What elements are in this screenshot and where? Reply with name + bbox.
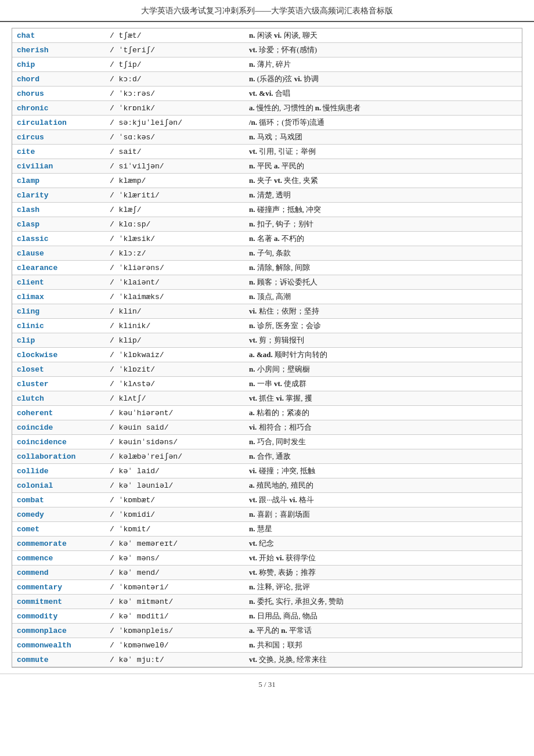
- meaning-cell: n. 清楚, 透明: [244, 188, 522, 203]
- vocab-table: chat/ tʃæt/n. 闲谈 vi. 闲谈, 聊天cherish/ ˈtʃe…: [12, 28, 522, 667]
- table-row: clip/ klip/vt. 剪；剪辑报刊: [12, 333, 522, 348]
- meaning-cell: a. 殖民地的, 殖民的: [244, 478, 522, 493]
- word-cell: commemorate: [12, 537, 105, 551]
- phonetic-cell: / klin/: [105, 304, 244, 319]
- meaning-cell: n. 巧合, 同时发生: [244, 435, 522, 449]
- phonetic-cell: / ˈkɒmit/: [105, 522, 244, 537]
- table-row: clasp/ klɑːsp/n. 扣子, 钩子；别针: [12, 217, 522, 232]
- meaning-cell: n. 顶点, 高潮: [244, 290, 522, 304]
- word-cell: civilian: [12, 159, 105, 174]
- phonetic-cell: / klinik/: [105, 319, 244, 333]
- phonetic-cell: / kəˈ ləuniəl/: [105, 478, 244, 493]
- phonetic-cell: / kəuin said/: [105, 420, 244, 435]
- word-cell: cluster: [12, 377, 105, 391]
- meaning-cell: n. 清除, 解除, 间隙: [244, 261, 522, 275]
- meaning-cell: vt. 跟···战斗 vi. 格斗: [244, 493, 522, 507]
- meaning-cell: n. (乐器的)弦 vi. 协调: [244, 72, 522, 87]
- phonetic-cell: / klæʃ/: [105, 203, 244, 217]
- word-cell: classic: [12, 232, 105, 246]
- phonetic-cell: / ˈklæriti/: [105, 188, 244, 203]
- word-cell: circulation: [12, 116, 105, 130]
- meaning-cell: vt. 交换, 兑换, 经常来往: [244, 653, 522, 667]
- phonetic-cell: / ˈkɔːrəs/: [105, 87, 244, 101]
- table-row: collaboration/ kəlæbəˈreiʃən/n. 合作, 通敌: [12, 449, 522, 464]
- phonetic-cell: / sait/: [105, 145, 244, 159]
- word-cell: commonwealth: [12, 638, 105, 653]
- phonetic-cell: / kəˈ meməreɪt/: [105, 537, 244, 551]
- word-cell: clash: [12, 203, 105, 217]
- phonetic-cell: / ˈtʃeriʃ/: [105, 43, 244, 57]
- phonetic-cell: / kəuinˈsidəns/: [105, 435, 244, 449]
- word-cell: clinic: [12, 319, 105, 333]
- meaning-cell: vi. 碰撞；冲突, 抵触: [244, 464, 522, 478]
- phonetic-cell: / ˈklʌstə/: [105, 377, 244, 391]
- phonetic-cell: / kəlæbəˈreiʃən/: [105, 449, 244, 464]
- meaning-cell: n. 一串 vt. 使成群: [244, 377, 522, 391]
- word-cell: chronic: [12, 101, 105, 116]
- table-row: climax/ ˈklaimæks/n. 顶点, 高潮: [12, 290, 522, 304]
- meaning-cell: n. 日用品, 商品, 物品: [244, 609, 522, 624]
- table-row: combat/ ˈkɒmbæt/vt. 跟···战斗 vi. 格斗: [12, 493, 522, 507]
- meaning-cell: vi. 粘住；依附；坚持: [244, 304, 522, 319]
- word-cell: closet: [12, 362, 105, 377]
- meaning-cell: n. 碰撞声；抵触, 冲突: [244, 203, 522, 217]
- word-cell: chord: [12, 72, 105, 87]
- word-cell: clasp: [12, 217, 105, 232]
- phonetic-cell: / kəˈ mjuːt/: [105, 653, 244, 667]
- word-cell: coincidence: [12, 435, 105, 449]
- table-row: clarity/ ˈklæriti/n. 清楚, 透明: [12, 188, 522, 203]
- word-cell: coherent: [12, 406, 105, 420]
- table-row: coherent/ kəuˈhiərənt/a. 粘着的；紧凑的: [12, 406, 522, 420]
- table-row: classic/ ˈklæsik/n. 名著 a. 不朽的: [12, 232, 522, 246]
- word-cell: clip: [12, 333, 105, 348]
- table-row: commentary/ ˈkɒməntəri/n. 注释, 评论, 批评: [12, 580, 522, 595]
- word-cell: commonplace: [12, 624, 105, 638]
- phonetic-cell: / kəˈ laid/: [105, 464, 244, 478]
- table-row: clearance/ ˈkliərəns/n. 清除, 解除, 间隙: [12, 261, 522, 275]
- word-cell: clutch: [12, 391, 105, 406]
- meaning-cell: n. 扣子, 钩子；别针: [244, 217, 522, 232]
- phonetic-cell: / tʃæt/: [105, 28, 244, 43]
- table-row: cite/ sait/vt. 引用, 引证；举例: [12, 145, 522, 159]
- table-row: cherish/ ˈtʃeriʃ/vt. 珍爱；怀有(感情): [12, 43, 522, 57]
- meaning-cell: n. 注释, 评论, 批评: [244, 580, 522, 595]
- word-cell: clockwise: [12, 348, 105, 362]
- word-cell: cling: [12, 304, 105, 319]
- meaning-cell: vt. 抓住 vi. 掌握, 攫: [244, 391, 522, 406]
- phonetic-cell: / ˈkɒmbæt/: [105, 493, 244, 507]
- word-cell: commence: [12, 551, 105, 566]
- table-row: coincidence/ kəuinˈsidəns/n. 巧合, 同时发生: [12, 435, 522, 449]
- table-row: clause/ klɔːz/n. 子句, 条款: [12, 246, 522, 261]
- phonetic-cell: / ˈkrɒnik/: [105, 101, 244, 116]
- table-row: commend/ kəˈ mend/vt. 称赞, 表扬；推荐: [12, 566, 522, 580]
- table-row: commonplace/ ˈkɒmənpleis/a. 平凡的 n. 平常话: [12, 624, 522, 638]
- phonetic-cell: / ˈkliərəns/: [105, 261, 244, 275]
- meaning-cell: n. 慧星: [244, 522, 522, 537]
- meaning-cell: n. 名著 a. 不朽的: [244, 232, 522, 246]
- meaning-cell: /n. 循环；(货币等)流通: [244, 116, 522, 130]
- meaning-cell: vt. 称赞, 表扬；推荐: [244, 566, 522, 580]
- table-row: client/ ˈklaiənt/n. 顾客；诉讼委托人: [12, 275, 522, 290]
- table-row: clash/ klæʃ/n. 碰撞声；抵触, 冲突: [12, 203, 522, 217]
- phonetic-cell: / ˈkɒmənwelθ/: [105, 638, 244, 653]
- phonetic-cell: / kəuˈhiərənt/: [105, 406, 244, 420]
- table-row: comedy/ ˈkɒmidi/n. 喜剧；喜剧场面: [12, 507, 522, 522]
- word-cell: coincide: [12, 420, 105, 435]
- word-cell: climax: [12, 290, 105, 304]
- meaning-cell: n. 闲谈 vi. 闲谈, 聊天: [244, 28, 522, 43]
- table-row: clockwise/ ˈklɒkwaiz/a. &ad. 顺时针方向转的: [12, 348, 522, 362]
- meaning-cell: vt. 引用, 引证；举例: [244, 145, 522, 159]
- phonetic-cell: / kəˈ mitmənt/: [105, 595, 244, 609]
- phonetic-cell: / ˈklaiənt/: [105, 275, 244, 290]
- phonetic-cell: / klæmp/: [105, 174, 244, 188]
- phonetic-cell: / klip/: [105, 333, 244, 348]
- phonetic-cell: / ˈkɒmənpleis/: [105, 624, 244, 638]
- table-row: clamp/ klæmp/n. 夹子 vt. 夹住, 夹紧: [12, 174, 522, 188]
- meaning-cell: n. 夹子 vt. 夹住, 夹紧: [244, 174, 522, 188]
- meaning-cell: vt. 剪；剪辑报刊: [244, 333, 522, 348]
- meaning-cell: vt. 开始 vi. 获得学位: [244, 551, 522, 566]
- table-row: commemorate/ kəˈ meməreɪt/vt. 纪念: [12, 537, 522, 551]
- table-row: coincide/ kəuin said/vi. 相符合；相巧合: [12, 420, 522, 435]
- word-cell: comet: [12, 522, 105, 537]
- phonetic-cell: / kɔːd/: [105, 72, 244, 87]
